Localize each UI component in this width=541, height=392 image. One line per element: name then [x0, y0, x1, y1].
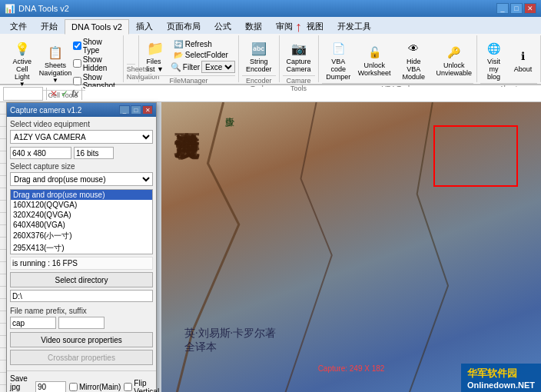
- prefix-suffix-row: [10, 317, 153, 329]
- book-subtitle: 英·刘易斯·卡罗尔著全译本: [184, 327, 276, 354]
- tab-review[interactable]: 审阅: [269, 18, 300, 34]
- app-icon: 📊: [5, 4, 15, 14]
- capture-size-select[interactable]: Drag and drop(use mouse): [10, 172, 153, 186]
- capture-size-label: Select capture size: [10, 162, 153, 171]
- listbox-item-drag[interactable]: Drag and drop(use mouse): [11, 190, 152, 200]
- formula-divider: [46, 88, 47, 100]
- prefix-input[interactable]: [10, 317, 56, 329]
- crossbar-button[interactable]: Crossbar properties: [10, 350, 153, 365]
- path-label: [10, 290, 153, 305]
- maximize-button[interactable]: □: [510, 3, 523, 14]
- dialog-bottom: Save jpg quality Mirror(Main) Flip Verti…: [7, 370, 156, 392]
- suffix-input[interactable]: [58, 317, 105, 329]
- navigation-checks: Show Type Show Hidden Show Snapshot: [73, 38, 120, 90]
- bits-input[interactable]: [74, 147, 114, 159]
- mirror-check[interactable]: Mirror(Main): [69, 383, 121, 391]
- light-icon: 💡: [13, 39, 32, 58]
- formula-divider-2: [81, 88, 82, 100]
- files-list-button[interactable]: 📁 Fileslist ▼: [142, 37, 168, 75]
- vba-dumper-button[interactable]: 📄 VBA codeDumper: [322, 37, 355, 83]
- flip-check[interactable]: Flip Vertical: [124, 379, 159, 393]
- select-directory-button[interactable]: Select directory: [10, 272, 153, 287]
- path-input[interactable]: [10, 290, 153, 302]
- book-background: 爱丽丝漫游奇境 英·刘易斯·卡罗尔著全译本 青少版 Capture: 249 X…: [161, 102, 541, 392]
- resolution-input[interactable]: [10, 147, 71, 159]
- tab-developer[interactable]: 开发工具: [330, 18, 378, 34]
- capture-status-text: Capture: 249 X 182: [318, 364, 385, 373]
- tab-view[interactable]: 视图: [300, 18, 330, 34]
- select-folder-button[interactable]: 📂 SelectFolder: [171, 50, 235, 60]
- dialog-minimize[interactable]: _: [119, 105, 130, 115]
- sheets-nav-dropdown[interactable]: ▼: [52, 77, 58, 84]
- show-hidden-check[interactable]: Show Hidden: [73, 55, 120, 72]
- title-bar: 📊 DNA Tools v2 _ □ ✕: [0, 0, 541, 17]
- ribbon-tabs: 文件 开始 DNA Tools v2 插入 页面布局 公式 数据 审阅 视图 开…: [0, 17, 541, 34]
- encoder-icon: 🔤: [250, 39, 268, 58]
- formula-icons: ✕ ✓ fx: [50, 88, 78, 99]
- watermark: 华军软件园 Onlinedown.NET: [461, 364, 541, 392]
- listbox-item-260[interactable]: 260X376(小一寸): [11, 230, 152, 242]
- quality-input[interactable]: [35, 381, 66, 393]
- quality-row: Save jpg quality Mirror(Main) Flip Verti…: [10, 374, 153, 392]
- video-source-button[interactable]: Video source properties: [10, 332, 153, 347]
- sheets-nav-icon: 📋: [46, 43, 65, 61]
- refresh-button[interactable]: 🔄 Refresh: [171, 39, 235, 49]
- unlock-unview-icon: 🔑: [445, 43, 463, 61]
- hide-vba-button[interactable]: 👁 HideVBA Module: [393, 37, 433, 83]
- capture-size-listbox[interactable]: Drag and drop(use mouse) 160X120(QQVGA) …: [10, 189, 153, 254]
- string-encoder-button[interactable]: 🔤 StringEncoder: [242, 37, 276, 75]
- active-cell-light-button[interactable]: 💡 Active CellLight ▼: [6, 37, 38, 90]
- video-equipment-select[interactable]: A1ZY VGA CAMERA: [10, 130, 153, 144]
- tab-dna-tools[interactable]: DNA Tools v2: [65, 19, 129, 35]
- capture-camera-button[interactable]: 📷 CaptureCamera ↑: [283, 37, 315, 75]
- sheets-navigation-button[interactable]: 📋 SheetsNavigation ▼: [39, 41, 71, 86]
- checkmark-icon[interactable]: ✓: [61, 88, 68, 99]
- resolution-row: [10, 147, 153, 159]
- listbox-item-640[interactable]: 640X480(VGA): [11, 220, 152, 230]
- vba-tools-group: 📄 VBA codeDumper 🔓 UnlockWorksheet 👁 Hid…: [319, 35, 477, 82]
- tab-formula[interactable]: 公式: [207, 18, 238, 34]
- hide-vba-icon: 👁: [404, 39, 423, 58]
- cell-tools-group: 💡 Active CellLight ▼ 📋 SheetsNavigation …: [3, 35, 124, 82]
- file-manager-group: 📁 Fileslist ▼ 🔄 Refresh 📂 SelectFolder 🔍…: [139, 35, 239, 82]
- fx-icon[interactable]: fx: [71, 88, 78, 99]
- dialog-maximize[interactable]: □: [131, 105, 141, 115]
- about-icon: ℹ: [514, 47, 533, 65]
- unlock-unviewable-button[interactable]: 🔑 UnlockUnviewable: [435, 41, 473, 79]
- tab-insert[interactable]: 插入: [129, 18, 160, 34]
- sheets-nav-group-label: Sheets Navigation: [127, 64, 135, 81]
- files-list-icon: 📁: [146, 39, 164, 58]
- unlock-worksheet-button[interactable]: 🔓 UnlockWorksheet: [357, 41, 392, 79]
- sheets-nav-label: SheetsNavigation: [39, 61, 72, 77]
- listbox-item-160[interactable]: 160X120(QQVGA): [11, 200, 152, 210]
- show-type-check[interactable]: Show Type: [73, 38, 120, 55]
- flip-label: Flip Vertical: [134, 379, 159, 393]
- main-area: 1 2 3 4 5 6 7 8 9 10 11 12 13 14 15 16 1…: [0, 102, 541, 392]
- dialog-body: Select video equipment A1ZY VGA CAMERA S…: [7, 117, 156, 370]
- filter-select[interactable]: Excel: [201, 61, 235, 73]
- minimize-button[interactable]: _: [496, 3, 509, 14]
- tab-data[interactable]: 数据: [238, 18, 269, 34]
- dialog-controls: _ □ ✕: [119, 105, 153, 115]
- formula-bar: ✕ ✓ fx: [0, 85, 541, 102]
- watermark-line2: Onlinedown.NET: [467, 380, 535, 390]
- window-controls: _ □ ✕: [496, 3, 536, 14]
- visit-blog-button[interactable]: 🌐 Visit myblog: [480, 37, 508, 83]
- file-manager-label: FileManager: [142, 75, 235, 85]
- close-button[interactable]: ✕: [524, 3, 536, 14]
- cell-tools-top: 💡 Active CellLight ▼ 📋 SheetsNavigation …: [6, 37, 120, 90]
- name-box[interactable]: [3, 87, 43, 101]
- encoder-tools-group: 🔤 StringEncoder Encoder Tools: [239, 35, 280, 82]
- cross-icon[interactable]: ✕: [50, 88, 58, 99]
- about-button[interactable]: ℹ About: [509, 45, 537, 75]
- ribbon-content: 💡 Active CellLight ▼ 📋 SheetsNavigation …: [0, 34, 541, 85]
- listbox-item-320[interactable]: 320X240(QVGA): [11, 210, 152, 220]
- listbox-item-295[interactable]: 295X413(一寸): [11, 242, 152, 254]
- dialog-close[interactable]: ✕: [142, 105, 153, 115]
- quality-label: Save jpg quality: [10, 374, 32, 392]
- tab-file[interactable]: 文件: [3, 18, 34, 34]
- tab-home[interactable]: 开始: [34, 18, 65, 34]
- tab-page-layout[interactable]: 页面布局: [160, 18, 207, 34]
- unlock-ws-icon: 🔓: [365, 43, 383, 61]
- title-bar-text: DNA Tools v2: [18, 4, 69, 13]
